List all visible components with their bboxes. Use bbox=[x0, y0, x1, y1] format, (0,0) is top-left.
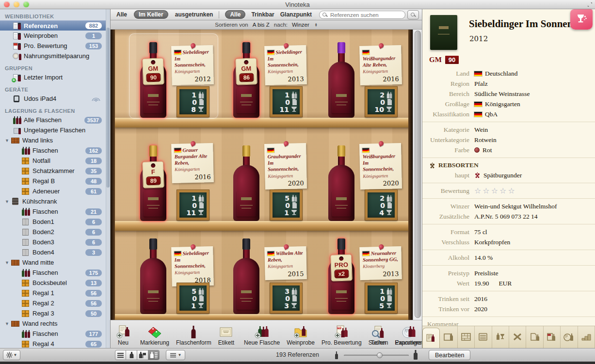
wine-bottle[interactable]: GM90 bbox=[140, 42, 166, 118]
sidebar-item-boden4[interactable]: Boden43 bbox=[0, 247, 106, 257]
wine-item[interactable]: Wilhelm Alte Reben,Königsgarten2015303 bbox=[232, 231, 306, 314]
wine-bottle[interactable] bbox=[233, 238, 259, 314]
toolbar-button-suchen[interactable]: SuchenTeilen bbox=[365, 320, 392, 348]
toolbar-button-etikett[interactable]: Etikett bbox=[215, 320, 238, 348]
wine-item[interactable]: F89Grauer Burgunder Alte Reben,Königsgar… bbox=[139, 127, 213, 221]
wine-label-thumbnail[interactable] bbox=[430, 15, 457, 50]
filter-trinkbar[interactable]: Trinkbar bbox=[251, 11, 274, 18]
shelf-scrollbar[interactable] bbox=[413, 30, 422, 320]
wine-glass-badge-icon[interactable] bbox=[570, 9, 593, 30]
sidebar-item-boden2[interactable]: Boden26 bbox=[0, 227, 106, 237]
filter-ausgetrunken[interactable]: ausgetrunken bbox=[175, 11, 213, 18]
fullscreen-icon[interactable] bbox=[587, 1, 593, 8]
sidebar-item-udos-ipad4[interactable]: Udos iPad4 bbox=[0, 94, 106, 104]
toolbar-button-neue-flasche[interactable]: Neue Flasche bbox=[241, 320, 283, 348]
wine-item[interactable]: Weißburgunder Im Sonnenschein,Königsgart… bbox=[327, 127, 402, 221]
sort-key-dropdown[interactable]: Winzer bbox=[292, 22, 309, 28]
wine-bottle[interactable] bbox=[328, 145, 354, 221]
edit-button[interactable]: Bearbeiten bbox=[429, 350, 470, 360]
zoom-slider-thumb[interactable] bbox=[377, 352, 383, 358]
wine-item[interactable]: Siebeldinger Im Sonnenschein,Königsgarte… bbox=[139, 231, 213, 314]
search-input-field[interactable] bbox=[329, 12, 402, 18]
sidebar-item-pro-bewertung[interactable]: Pro. Bewertung153 bbox=[0, 41, 106, 51]
sidebar-item-boden1[interactable]: Boden16 bbox=[0, 217, 106, 227]
sidebar-item-referenzen[interactable]: Referenzen882 bbox=[0, 20, 106, 31]
wine-note-card[interactable]: Grauer Burgunder Alte Reben,Königsgarten… bbox=[171, 143, 214, 183]
sidebar-item-regal-2[interactable]: Regal 256 bbox=[0, 298, 106, 308]
wine-note-card[interactable]: Siebeldinger Im Sonnenschein,Königsgarte… bbox=[171, 45, 214, 85]
sidebar-item-alle-flaschen[interactable]: Alle Flaschen3537 bbox=[0, 115, 106, 125]
sidebar-item-flaschen[interactable]: Flaschen21 bbox=[0, 206, 106, 217]
wine-item[interactable]: Weißburgunder Alte Reben,Königsgarten201… bbox=[327, 30, 402, 118]
detail-tab-cross[interactable] bbox=[509, 326, 526, 348]
disclosure-triangle-icon[interactable]: ▼ bbox=[5, 138, 10, 143]
sidebar-item-adeneuer[interactable]: Adeneuer61 bbox=[0, 186, 106, 196]
sidebar-item-regal-4[interactable]: Regal 465 bbox=[0, 339, 106, 348]
wine-note-card[interactable]: Weißburgunder Alte Reben,Königsgarten201… bbox=[359, 45, 402, 85]
wine-note-card[interactable]: Grauburgunder Im Sonnenschein,Königsgart… bbox=[264, 143, 307, 190]
wine-bottle[interactable] bbox=[140, 238, 166, 314]
detail-tab-cellar[interactable] bbox=[458, 326, 475, 348]
sidebar-item-wand-mitte[interactable]: ▼Wand mitte bbox=[0, 257, 106, 268]
detail-tab-label[interactable] bbox=[440, 326, 457, 348]
zoom-slider[interactable] bbox=[344, 355, 409, 356]
search-input[interactable] bbox=[319, 11, 405, 19]
toolbar-button-flaschenform[interactable]: Flaschenform bbox=[173, 320, 215, 348]
detail-tab-pairing[interactable] bbox=[561, 326, 578, 348]
wine-note-card[interactable]: Weißburgunder Im Sonnenschein,Königsgart… bbox=[359, 143, 402, 190]
disclosure-triangle-icon[interactable]: ▼ bbox=[5, 321, 10, 326]
wine-bottle[interactable]: F89 bbox=[140, 145, 166, 221]
sort-range[interactable]: A bis Z bbox=[253, 22, 270, 28]
rating-stars[interactable]: ☆☆☆☆☆ bbox=[474, 186, 516, 195]
sidebar-item-ungelagerte-flaschen[interactable]: Ungelagerte Flaschen bbox=[0, 125, 106, 135]
filter-im-keller[interactable]: Im Keller bbox=[134, 10, 168, 19]
toolbar-button-markierung[interactable]: Markierung bbox=[137, 320, 173, 348]
sidebar-item-regal-b[interactable]: Regal B48 bbox=[0, 176, 106, 186]
sidebar-item-kühlschrank[interactable]: ▼Kühlschrank bbox=[0, 196, 106, 206]
toolbar-button-weinprobe[interactable]: Weinprobe bbox=[283, 320, 318, 348]
detail-tab-storage[interactable] bbox=[475, 326, 492, 348]
wine-note-card[interactable]: Wilhelm Alte Reben,Königsgarten2015 bbox=[264, 246, 306, 280]
wine-note-card[interactable]: Siebeldinger Im Sonnenschein,Königsgarte… bbox=[264, 45, 307, 85]
detail-tab-notes[interactable] bbox=[526, 326, 543, 348]
wine-item[interactable]: GM90Siebeldinger Im Sonnenschein,Königsg… bbox=[139, 30, 213, 118]
disclosure-triangle-icon[interactable]: ▼ bbox=[5, 260, 10, 265]
disclosure-triangle-icon[interactable]: ▼ bbox=[5, 199, 10, 204]
toolbar-button-pro-bewertung[interactable]: PROPro. Bewertung bbox=[318, 320, 365, 348]
sidebar-item-weinproben[interactable]: Weinproben1 bbox=[0, 31, 106, 41]
wine-item[interactable]: Grauburgunder Im Sonnenschein,Königsgart… bbox=[232, 127, 306, 221]
sidebar-item-nahrungsmittelpaarung[interactable]: Nahrungsmittelpaarung bbox=[0, 51, 106, 61]
detail-tab-inventory[interactable] bbox=[578, 326, 595, 348]
wine-note-card[interactable]: Neuenahrer Sonnenberg GG,Klosterberg2013 bbox=[359, 246, 402, 280]
sidebar-scrollbar[interactable] bbox=[106, 9, 110, 348]
shelf-scrollbar-thumb[interactable] bbox=[415, 31, 421, 318]
wine-bottle[interactable]: GM86 bbox=[233, 42, 259, 118]
sidebar-item-bocksbeutel[interactable]: Bocksbeutel13 bbox=[0, 278, 106, 288]
sort-direction-icon[interactable]: ▲▼ bbox=[315, 23, 318, 27]
filter-glanzpunkt[interactable]: Glanzpunkt bbox=[280, 11, 312, 18]
wine-bottle[interactable] bbox=[328, 42, 354, 118]
sidebar-item-letzter-import[interactable]: +Letzter Import bbox=[0, 72, 106, 82]
wine-bottle[interactable] bbox=[233, 145, 259, 221]
wine-item[interactable]: GM86Siebeldinger Im Sonnenschein,Königsg… bbox=[232, 30, 306, 118]
detail-tab-pro[interactable] bbox=[544, 326, 561, 348]
detail-tab-info[interactable] bbox=[422, 328, 440, 348]
sidebar-item-flaschen[interactable]: Flaschen177 bbox=[0, 329, 106, 339]
filter-alle[interactable]: Alle bbox=[116, 11, 127, 18]
sidebar-item-regal-1[interactable]: Regal 156 bbox=[0, 288, 106, 298]
sidebar-item-notfall[interactable]: Notfall18 bbox=[0, 156, 106, 166]
wine-bottle[interactable]: PROx2 bbox=[328, 238, 354, 314]
filter-alle[interactable]: Alle bbox=[225, 10, 245, 19]
sidebar-scrollbar-thumb[interactable] bbox=[106, 28, 110, 188]
toolbar-button-neu[interactable]: Neu bbox=[113, 320, 134, 348]
sidebar-item-flaschen[interactable]: Flaschen162 bbox=[0, 145, 106, 156]
wine-note-card[interactable]: Siebeldinger Im Sonnenschein,Königsgarte… bbox=[171, 246, 214, 286]
sidebar-item-flaschen[interactable]: Flaschen175 bbox=[0, 268, 106, 278]
sidebar-item-wand-links[interactable]: ▼Wand links bbox=[0, 135, 106, 145]
sidebar-item-schatzkammer[interactable]: Schatzkammer35 bbox=[0, 166, 106, 176]
sidebar-item-boden3[interactable]: Boden36 bbox=[0, 237, 106, 247]
search-button[interactable] bbox=[407, 10, 419, 19]
sidebar-item-wand-rechts[interactable]: ▼Wand rechts bbox=[0, 318, 106, 329]
wine-item[interactable]: PROx2Neuenahrer Sonnenberg GG,Klosterber… bbox=[327, 231, 402, 314]
detail-tab-tasting[interactable] bbox=[492, 326, 509, 348]
